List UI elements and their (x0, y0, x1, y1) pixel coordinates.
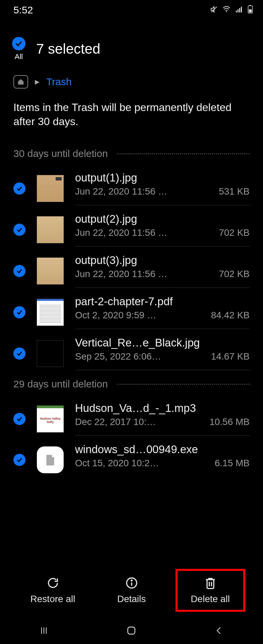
file-name: part-2-chapter-7.pdf (75, 295, 250, 308)
file-row[interactable]: part-2-chapter-7.pdfOct 2, 2020 9:59 …84… (0, 288, 263, 329)
file-row[interactable]: output(3).jpgJun 22, 2020 11:56 …702 KB (0, 247, 263, 288)
file-date: Jun 22, 2020 11:56 … (75, 186, 209, 197)
file-thumbnail (37, 446, 64, 473)
selection-header: All 7 selected (0, 20, 263, 66)
file-date: Jun 22, 2020 11:56 … (75, 227, 209, 238)
file-checkbox[interactable] (13, 306, 25, 318)
file-date: Sep 25, 2022 6:06… (75, 351, 202, 362)
recent-apps-button[interactable] (38, 625, 50, 637)
svg-rect-6 (250, 5, 251, 6)
svg-point-10 (131, 580, 132, 581)
file-row[interactable]: Hudson Valley SallyHudson_Va…d_-_1.mp3De… (0, 394, 263, 436)
file-checkbox[interactable] (13, 265, 25, 277)
select-all-label: All (15, 52, 23, 61)
delete-label: Delete all (191, 594, 230, 604)
selection-count: 7 selected (36, 41, 100, 57)
file-info: windows_sd…00949.exeOct 15, 2020 10:2…6.… (75, 443, 250, 477)
file-thumbnail (37, 340, 64, 367)
check-icon (12, 37, 25, 50)
file-thumbnail: Hudson Valley Sally (37, 406, 64, 432)
home-icon[interactable] (13, 75, 28, 89)
file-row[interactable]: Vertical_Re…e_Black.jpgSep 25, 2022 6:06… (0, 329, 263, 370)
section-label: 30 days until deletion (13, 148, 108, 159)
battery-icon (248, 4, 253, 16)
divider-dots (117, 153, 250, 154)
divider-dots (117, 384, 250, 385)
svg-rect-1 (236, 11, 237, 12)
file-checkbox[interactable] (13, 224, 25, 236)
file-info: output(1).jpgJun 22, 2020 11:56 …531 KB (75, 171, 250, 205)
file-size: 14.67 KB (211, 351, 250, 362)
file-checkbox[interactable] (13, 182, 25, 195)
file-name: windows_sd…00949.exe (75, 443, 250, 456)
status-time: 5:52 (13, 4, 33, 16)
details-label: Details (117, 594, 146, 604)
file-size: 10.56 MB (209, 417, 250, 427)
file-name: Hudson_Va…d_-_1.mp3 (75, 402, 250, 415)
file-info: part-2-chapter-7.pdfOct 2, 2020 9:59 …84… (75, 295, 250, 329)
status-icons (210, 4, 253, 16)
details-button[interactable]: Details (98, 570, 165, 610)
breadcrumb: ▶ Trash (0, 66, 263, 95)
file-date: Dec 22, 2017 10:… (75, 417, 200, 427)
svg-rect-2 (238, 9, 239, 12)
file-info: Hudson_Va…d_-_1.mp3Dec 22, 2017 10:…10.5… (75, 402, 250, 436)
file-thumbnail (37, 175, 64, 202)
section-label: 29 days until deletion (13, 378, 108, 390)
select-all-toggle[interactable]: All (12, 37, 25, 61)
svg-rect-3 (239, 8, 240, 12)
mute-icon (210, 4, 218, 16)
file-row[interactable]: output(2).jpgJun 22, 2020 11:56 …702 KB (0, 205, 263, 247)
file-size: 702 KB (219, 227, 250, 238)
status-bar: 5:52 (0, 0, 263, 20)
delete-all-button[interactable]: Delete all (177, 570, 244, 610)
file-checkbox[interactable] (13, 347, 25, 360)
file-date: Oct 2, 2020 9:59 … (75, 310, 202, 321)
trash-notice: Items in the Trash will be permanently d… (0, 95, 263, 140)
file-checkbox[interactable] (13, 413, 25, 425)
file-info: output(2).jpgJun 22, 2020 11:56 …702 KB (75, 213, 250, 247)
home-button[interactable] (125, 625, 137, 637)
file-size: 84.42 KB (211, 310, 250, 321)
file-size: 702 KB (219, 269, 250, 279)
back-button[interactable] (213, 625, 225, 637)
file-row[interactable]: output(1).jpgJun 22, 2020 11:56 …531 KB (0, 164, 263, 205)
file-date: Jun 22, 2020 11:56 … (75, 269, 209, 279)
svg-rect-4 (241, 7, 242, 12)
file-size: 6.15 MB (215, 458, 250, 469)
section-header: 30 days until deletion (0, 140, 263, 164)
svg-point-0 (226, 11, 227, 12)
file-name: output(1).jpg (75, 171, 250, 184)
file-name: Vertical_Re…e_Black.jpg (75, 336, 250, 349)
file-size: 531 KB (219, 186, 250, 197)
action-bar: Restore all Details Delete all (0, 564, 263, 617)
file-name: output(3).jpg (75, 254, 250, 267)
system-nav-bar (0, 617, 263, 644)
file-checkbox[interactable] (13, 454, 25, 466)
file-thumbnail (37, 299, 64, 326)
signal-icon (235, 4, 244, 16)
svg-rect-7 (249, 9, 252, 12)
wifi-icon (222, 4, 231, 16)
restore-all-button[interactable]: Restore all (19, 570, 86, 610)
file-list: 30 days until deletionoutput(1).jpgJun 2… (0, 140, 263, 477)
file-thumbnail (37, 258, 64, 284)
svg-rect-14 (128, 627, 135, 634)
file-row[interactable]: windows_sd…00949.exeOct 15, 2020 10:2…6.… (0, 436, 263, 477)
chevron-right-icon: ▶ (35, 78, 40, 86)
restore-label: Restore all (30, 594, 75, 604)
file-name: output(2).jpg (75, 213, 250, 225)
file-thumbnail (37, 216, 64, 243)
file-date: Oct 15, 2020 10:2… (75, 458, 205, 469)
file-info: output(3).jpgJun 22, 2020 11:56 …702 KB (75, 254, 250, 288)
file-info: Vertical_Re…e_Black.jpgSep 25, 2022 6:06… (75, 336, 250, 370)
section-header: 29 days until deletion (0, 370, 263, 394)
breadcrumb-current[interactable]: Trash (46, 76, 72, 88)
